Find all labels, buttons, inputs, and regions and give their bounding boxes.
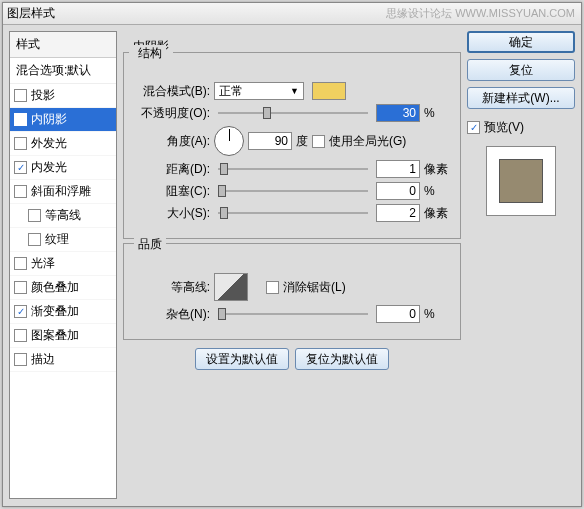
angle-unit: 度 [296, 133, 308, 150]
choke-unit: % [424, 184, 452, 198]
style-label: 外发光 [31, 135, 67, 152]
angle-input[interactable]: 90 [248, 132, 292, 150]
antialias-label: 消除锯齿(L) [283, 279, 346, 296]
styles-panel: 样式 混合选项:默认 投影内阴影外发光内发光斜面和浮雕等高线纹理光泽颜色叠加渐变… [9, 31, 117, 499]
chevron-down-icon: ▼ [290, 86, 299, 96]
style-label: 斜面和浮雕 [31, 183, 91, 200]
style-checkbox[interactable] [14, 281, 27, 294]
style-checkbox[interactable] [14, 137, 27, 150]
titlebar[interactable]: 图层样式 思缘设计论坛 WWW.MISSYUAN.COM [3, 3, 581, 25]
style-item[interactable]: 纹理 [10, 228, 116, 252]
style-item[interactable]: 斜面和浮雕 [10, 180, 116, 204]
blending-options[interactable]: 混合选项:默认 [10, 58, 116, 84]
opacity-slider[interactable] [218, 105, 368, 121]
style-checkbox[interactable] [14, 257, 27, 270]
quality-title: 品质 [134, 236, 166, 253]
angle-dial[interactable] [214, 126, 244, 156]
blend-mode-label: 混合模式(B): [132, 83, 210, 100]
new-style-button[interactable]: 新建样式(W)... [467, 87, 575, 109]
style-label: 投影 [31, 87, 55, 104]
distance-label: 距离(D): [132, 161, 210, 178]
noise-slider[interactable] [218, 306, 368, 322]
style-label: 描边 [31, 351, 55, 368]
noise-input[interactable]: 0 [376, 305, 420, 323]
choke-slider[interactable] [218, 183, 368, 199]
style-item[interactable]: 内阴影 [10, 108, 116, 132]
style-item[interactable]: 内发光 [10, 156, 116, 180]
style-label: 图案叠加 [31, 327, 79, 344]
antialias-checkbox[interactable] [266, 281, 279, 294]
style-item[interactable]: 图案叠加 [10, 324, 116, 348]
layer-style-dialog: 图层样式 思缘设计论坛 WWW.MISSYUAN.COM 样式 混合选项:默认 … [2, 2, 582, 507]
style-label: 渐变叠加 [31, 303, 79, 320]
style-label: 等高线 [45, 207, 81, 224]
preview-checkbox[interactable] [467, 121, 480, 134]
style-checkbox[interactable] [14, 89, 27, 102]
cancel-button[interactable]: 复位 [467, 59, 575, 81]
ok-button[interactable]: 确定 [467, 31, 575, 53]
watermark: 思缘设计论坛 WWW.MISSYUAN.COM [386, 6, 575, 21]
structure-group: 结构 混合模式(B): 正常 ▼ 不透明度(O): 30 % 角度( [123, 52, 461, 239]
style-checkbox[interactable] [28, 209, 41, 222]
opacity-unit: % [424, 106, 452, 120]
size-input[interactable]: 2 [376, 204, 420, 222]
structure-title: 结构 [134, 45, 166, 62]
contour-label: 等高线: [132, 279, 210, 296]
settings-panel: 内阴影 结构 混合模式(B): 正常 ▼ 不透明度(O): 30 % [123, 31, 461, 499]
choke-input[interactable]: 0 [376, 182, 420, 200]
style-label: 内发光 [31, 159, 67, 176]
style-item[interactable]: 渐变叠加 [10, 300, 116, 324]
choke-label: 阻塞(C): [132, 183, 210, 200]
opacity-label: 不透明度(O): [132, 105, 210, 122]
size-unit: 像素 [424, 205, 452, 222]
style-label: 内阴影 [31, 111, 67, 128]
style-label: 颜色叠加 [31, 279, 79, 296]
style-checkbox[interactable] [28, 233, 41, 246]
opacity-input[interactable]: 30 [376, 104, 420, 122]
set-default-button[interactable]: 设置为默认值 [195, 348, 289, 370]
style-checkbox[interactable] [14, 305, 27, 318]
noise-unit: % [424, 307, 452, 321]
style-checkbox[interactable] [14, 185, 27, 198]
style-checkbox[interactable] [14, 161, 27, 174]
style-checkbox[interactable] [14, 329, 27, 342]
style-item[interactable]: 描边 [10, 348, 116, 372]
style-item[interactable]: 等高线 [10, 204, 116, 228]
quality-group: 品质 等高线: 消除锯齿(L) 杂色(N): 0 % [123, 243, 461, 340]
global-light-checkbox[interactable] [312, 135, 325, 148]
styles-header[interactable]: 样式 [10, 32, 116, 58]
preview-swatch [499, 159, 543, 203]
preview-label: 预览(V) [484, 119, 524, 136]
right-panel: 确定 复位 新建样式(W)... 预览(V) [467, 31, 575, 499]
blend-mode-select[interactable]: 正常 ▼ [214, 82, 304, 100]
distance-unit: 像素 [424, 161, 452, 178]
window-title: 图层样式 [7, 5, 55, 22]
contour-picker[interactable] [214, 273, 248, 301]
global-light-label: 使用全局光(G) [329, 133, 406, 150]
size-slider[interactable] [218, 205, 368, 221]
style-label: 纹理 [45, 231, 69, 248]
noise-label: 杂色(N): [132, 306, 210, 323]
angle-label: 角度(A): [132, 133, 210, 150]
size-label: 大小(S): [132, 205, 210, 222]
reset-default-button[interactable]: 复位为默认值 [295, 348, 389, 370]
style-item[interactable]: 外发光 [10, 132, 116, 156]
style-checkbox[interactable] [14, 113, 27, 126]
preview-box [486, 146, 556, 216]
style-item[interactable]: 光泽 [10, 252, 116, 276]
style-item[interactable]: 投影 [10, 84, 116, 108]
color-swatch[interactable] [312, 82, 346, 100]
style-label: 光泽 [31, 255, 55, 272]
style-item[interactable]: 颜色叠加 [10, 276, 116, 300]
distance-slider[interactable] [218, 161, 368, 177]
distance-input[interactable]: 1 [376, 160, 420, 178]
style-checkbox[interactable] [14, 353, 27, 366]
